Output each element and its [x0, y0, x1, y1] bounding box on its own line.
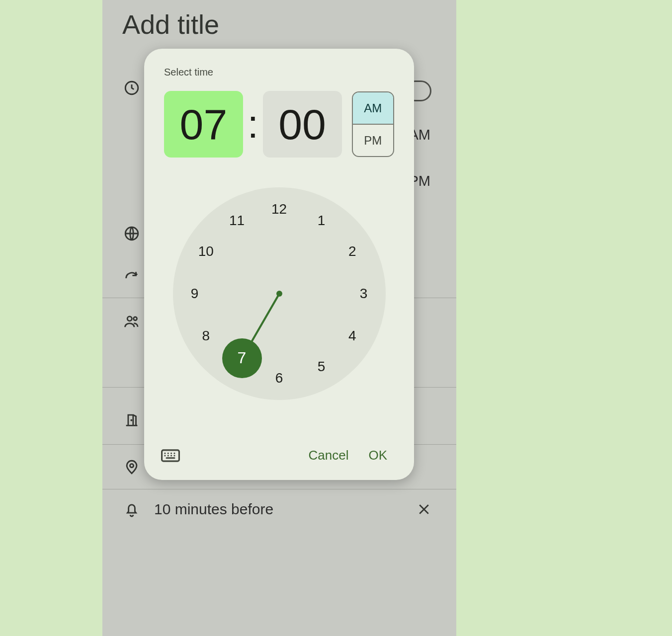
- door-icon: [123, 411, 140, 428]
- clock-hour-10[interactable]: 10: [198, 243, 214, 259]
- dialog-title: Select time: [164, 67, 394, 78]
- clock-hour-1[interactable]: 1: [318, 213, 326, 229]
- clock-selected-hour[interactable]: 7: [222, 338, 262, 378]
- clock-hour-3[interactable]: 3: [360, 286, 368, 302]
- repeat-icon: [123, 270, 140, 287]
- time-picker-dialog: Select time 07 : 00 AM PM 7 121234568910…: [144, 49, 414, 480]
- event-title-input[interactable]: Add title: [122, 9, 219, 40]
- clock-hour-8[interactable]: 8: [202, 328, 210, 344]
- clock-hour-4[interactable]: 4: [348, 328, 356, 344]
- people-icon: [123, 313, 140, 330]
- svg-point-3: [134, 317, 137, 320]
- clock-hour-6[interactable]: 6: [275, 370, 283, 386]
- notification-label: 10 minutes before: [154, 501, 273, 518]
- location-pin-icon: [123, 459, 140, 476]
- am-button[interactable]: AM: [353, 92, 393, 125]
- svg-point-4: [131, 419, 132, 421]
- clock-icon: [123, 80, 140, 96]
- clock-face[interactable]: 7 12123456891011: [173, 187, 386, 400]
- notification-row[interactable]: 10 minutes before: [102, 489, 456, 529]
- remove-notification-button[interactable]: [417, 502, 431, 517]
- svg-point-5: [130, 464, 133, 467]
- globe-icon: [123, 225, 140, 242]
- clock-hour-11[interactable]: 11: [229, 213, 245, 229]
- bell-icon: [123, 501, 140, 518]
- hour-field[interactable]: 07: [164, 91, 243, 158]
- ampm-toggle: AM PM: [352, 91, 394, 157]
- minute-field[interactable]: 00: [263, 91, 342, 158]
- ok-button[interactable]: OK: [358, 444, 397, 467]
- clock-hour-2[interactable]: 2: [348, 243, 356, 259]
- clock-hour-5[interactable]: 5: [318, 359, 326, 375]
- clock-hour-12[interactable]: 12: [271, 201, 287, 217]
- svg-point-2: [127, 317, 132, 321]
- clock-hour-9[interactable]: 9: [191, 286, 199, 302]
- time-colon: :: [243, 101, 263, 147]
- keyboard-input-icon[interactable]: [161, 448, 180, 463]
- pm-button[interactable]: PM: [353, 125, 393, 156]
- cancel-button[interactable]: Cancel: [298, 444, 358, 467]
